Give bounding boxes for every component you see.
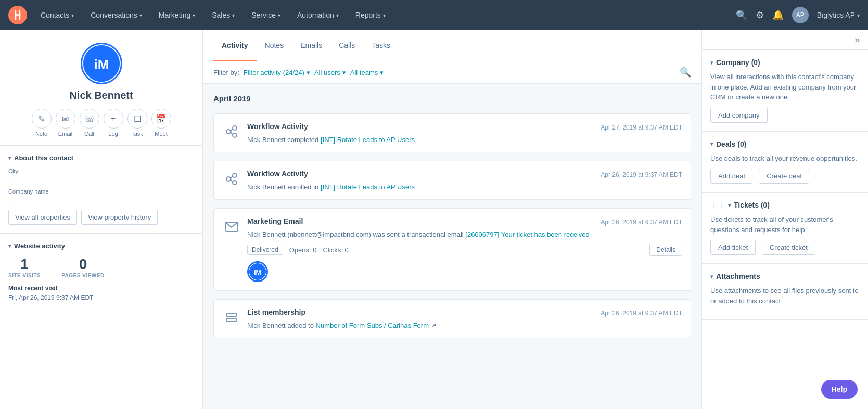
left-panel: iM Nick Bennett ✎ Note ✉ Email ☏ Call [0,30,203,409]
action-buttons: ✎ Note ✉ Email ☏ Call + Log ☐ Task [32,109,171,137]
note-button[interactable]: ✎ Note [32,109,52,137]
svg-point-4 [233,126,237,130]
settings-icon[interactable]: ⚙ [756,9,764,21]
nav-conversations[interactable]: Conversations ▾ [83,0,149,30]
hubspot-logo[interactable] [8,6,27,24]
nav-service[interactable]: Service ▾ [244,0,288,30]
tab-notes[interactable]: Notes [257,30,292,61]
about-section-buttons: View all properties View property histor… [8,210,194,225]
email-details-button[interactable]: Details [649,244,682,256]
meet-icon: 📅 [151,109,171,129]
svg-line-12 [231,179,233,182]
company-chevron-icon: ▾ [710,60,713,66]
tab-activity[interactable]: Activity [213,30,257,61]
email-link-3[interactable]: [26006797] Your ticket has been received [465,231,590,238]
log-button[interactable]: + Log [104,109,123,137]
contact-avatar: iM [81,43,122,84]
deals-section-header[interactable]: ▾ Deals (0) [710,140,860,148]
meet-button[interactable]: 📅 Meet [151,109,171,137]
add-company-button[interactable]: Add company [710,108,768,123]
nav-marketing[interactable]: Marketing ▾ [151,0,202,30]
task-button[interactable]: ☐ Task [127,109,147,137]
activity-filter-button[interactable]: Filter activity (24/24) ▾ [244,69,310,76]
company-section: ▾ Company (0) View all interactions with… [702,50,868,132]
card-text-1: Nick Bennett completed [INT] Rotate Lead… [247,136,682,144]
sales-chevron: ▾ [232,12,235,18]
drag-handle-icon: ⋮⋮ [710,201,725,209]
card-text-4: Nick Bennett added to Number of Form Sub… [247,322,682,329]
workflow-link-1[interactable]: [INT] Rotate Leads to AP Users [321,136,415,144]
call-button[interactable]: ☏ Call [80,109,99,137]
deals-description: Use deals to track all your revenue oppo… [710,154,860,164]
card-title-1: Workflow Activity [247,122,308,131]
marketing-chevron: ▾ [193,12,195,18]
add-ticket-button[interactable]: Add ticket [710,240,756,255]
timeline-card-3: Marketing Email Apr 26, 2019 at 9:37 AM … [213,208,691,291]
user-menu[interactable]: Biglytics AP ▾ [817,11,860,19]
search-icon[interactable]: 🔍 [736,9,747,21]
expand-icon[interactable]: » [854,34,860,45]
tab-calls[interactable]: Calls [330,30,363,61]
users-filter-button[interactable]: All users ▾ [314,69,346,76]
company-section-header[interactable]: ▾ Company (0) [710,58,860,67]
workflow-icon-1 [222,122,241,141]
view-property-history-button[interactable]: View property history [81,210,158,225]
create-deal-button[interactable]: Create deal [759,169,809,184]
attachments-section-header[interactable]: ▾ Attachments [710,272,860,280]
card-title-4: List membership [247,308,305,316]
list-icon-4 [222,308,241,327]
nav-sales[interactable]: Sales ▾ [205,0,242,30]
view-all-properties-button[interactable]: View all properties [8,210,77,225]
about-chevron-icon: ▾ [8,155,11,161]
add-deal-button[interactable]: Add deal [710,169,752,184]
about-section: ▾ About this contact City -- Company nam… [0,146,202,234]
svg-point-3 [226,130,231,134]
service-chevron: ▾ [278,12,280,18]
attachments-description: Use attachments to see all files previou… [710,286,860,306]
company-description: View all interactions with this contact'… [710,72,860,103]
workflow-icon-2 [222,170,241,188]
opens-label: Opens: 0 [289,246,317,254]
clicks-label: Clicks: 0 [323,246,348,254]
nav-contacts[interactable]: Contacts ▾ [33,0,81,30]
note-icon: ✎ [32,109,52,129]
deals-chevron-icon: ▾ [710,141,713,147]
call-icon: ☏ [80,109,99,129]
top-navigation: Contacts ▾ Conversations ▾ Marketing ▾ S… [0,0,868,30]
company-name-field: Company name -- [8,188,194,203]
about-section-header[interactable]: ▾ About this contact [8,154,194,162]
help-button[interactable]: Help [821,380,858,399]
list-link-4[interactable]: Number of Form Subs / Carinas Form [316,322,429,329]
notifications-icon[interactable]: 🔔 [772,9,784,21]
attachments-chevron-icon: ▾ [710,274,713,279]
reports-chevron: ▾ [383,12,386,18]
email-meta: Delivered Opens: 0 Clicks: 0 Details [247,244,682,256]
email-button[interactable]: ✉ Email [56,109,75,137]
email-sender-logo: iM [247,261,268,282]
website-activity-header[interactable]: ▾ Website activity [8,242,194,250]
nav-reports[interactable]: Reports ▾ [348,0,393,30]
tickets-description: Use tickets to track all of your custome… [710,214,860,235]
teams-filter-button[interactable]: All teams ▾ [350,69,384,76]
user-avatar[interactable]: AP [792,7,809,23]
city-field: City -- [8,168,194,183]
tab-emails[interactable]: Emails [292,30,330,61]
svg-rect-16 [226,314,237,316]
timeline-search-icon[interactable]: 🔍 [680,67,691,78]
card-title-2: Workflow Activity [247,170,308,178]
delivered-badge: Delivered [247,245,283,255]
teams-filter-chevron-icon: ▾ [380,69,384,76]
email-icon-3 [222,217,241,236]
most-recent-label: Most recent visit [8,285,194,292]
create-ticket-button[interactable]: Create ticket [762,240,815,255]
svg-rect-17 [226,318,237,321]
task-icon: ☐ [127,109,147,129]
tab-tasks[interactable]: Tasks [363,30,399,61]
nav-automation[interactable]: Automation ▾ [290,0,346,30]
timeline-month: April 2019 [213,94,691,103]
log-icon: + [104,109,123,129]
topnav-right-section: 🔍 ⚙ 🔔 AP Biglytics AP ▾ [736,7,860,23]
workflow-link-2[interactable]: [INT] Rotate Leads to AP Users [321,183,415,191]
card-date-4: Apr 26, 2019 at 9:37 AM EDT [601,310,682,317]
activity-filter-chevron-icon: ▾ [307,69,310,76]
